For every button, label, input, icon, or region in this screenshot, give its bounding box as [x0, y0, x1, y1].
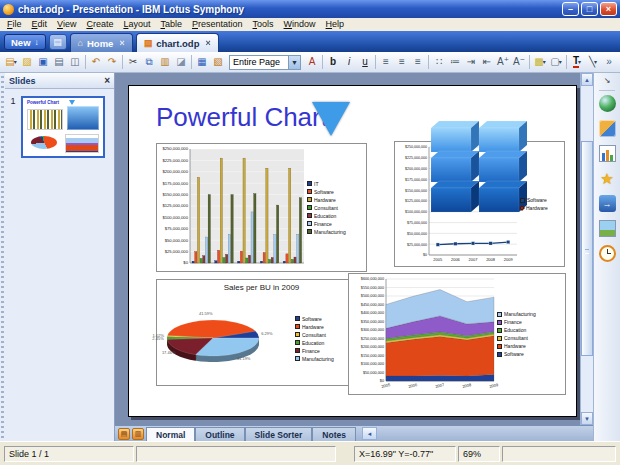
new-document-button[interactable]: ▤▾ — [3, 54, 19, 71]
start-presentation-icon[interactable]: ▤ — [118, 428, 130, 440]
chart-cubes-line[interactable]: $0$25,000,000$50,000,000$75,000,000$100,… — [394, 141, 565, 267]
triangle-shape[interactable] — [312, 102, 350, 136]
cut-button[interactable]: ✂ — [125, 54, 141, 71]
gallery-button[interactable]: ▧ — [210, 54, 226, 71]
legend-item: Finance — [497, 319, 536, 325]
legend-item: Manufacturing — [295, 356, 334, 362]
view-tab-slide-sorter[interactable]: Slide Sorter — [245, 427, 313, 441]
svg-text:$225,000,000: $225,000,000 — [162, 158, 188, 163]
new-button[interactable]: New ↓ — [4, 34, 46, 50]
bullet-list-button[interactable]: ∷ — [431, 54, 447, 71]
separator — [322, 55, 323, 69]
minimize-button[interactable]: – — [562, 2, 579, 16]
scroll-up-arrow[interactable]: ▲ — [581, 73, 593, 86]
redo-button[interactable]: ↷ — [104, 54, 120, 71]
frame-style-button[interactable]: ▢▾ — [548, 54, 564, 71]
chart-pie[interactable]: Sales per BU in 2009 6.29%41.59%1.02%2.4… — [156, 279, 367, 386]
align-left-button[interactable]: ≡ — [378, 54, 394, 71]
chevron-down-icon[interactable]: ▼ — [288, 56, 300, 69]
transition-icon[interactable]: → — [599, 195, 616, 212]
svg-text:2006: 2006 — [451, 257, 461, 262]
svg-text:$200,000,000: $200,000,000 — [405, 167, 427, 171]
status-zoom-level[interactable]: 69% — [458, 446, 500, 462]
print-button[interactable]: ▤ — [51, 54, 67, 71]
shrink-font-button[interactable]: A⁻ — [511, 54, 527, 71]
separator — [375, 55, 376, 69]
close-icon[interactable]: × — [119, 38, 124, 48]
paste-button[interactable]: ▥ — [157, 54, 173, 71]
slide-canvas[interactable]: Powerful Chart $0$25,000,000$50,000,000$… — [115, 73, 580, 425]
view-tab-notes[interactable]: Notes — [312, 427, 356, 441]
clock-icon[interactable] — [599, 245, 616, 262]
scroll-left-arrow[interactable]: ◂ — [362, 427, 377, 440]
legend-item: Finance — [295, 348, 334, 354]
menu-layout[interactable]: Layout — [118, 18, 155, 31]
menu-edit[interactable]: Edit — [27, 18, 53, 31]
open-button[interactable]: ▨ — [19, 54, 35, 71]
charts-icon[interactable] — [599, 145, 616, 162]
separator — [529, 55, 530, 69]
scrollbar-track[interactable] — [581, 86, 593, 412]
paste-special-button[interactable]: ◪ — [173, 54, 189, 71]
menu-help[interactable]: Help — [321, 18, 350, 31]
svg-text:2009: 2009 — [504, 257, 514, 262]
svg-text:$200,000,000: $200,000,000 — [162, 169, 188, 174]
bold-button[interactable]: b — [325, 54, 341, 71]
chart-3d-bar[interactable]: $0$25,000,000$50,000,000$75,000,000$100,… — [156, 143, 367, 272]
collapse-panel-icon[interactable]: ↘ — [604, 76, 611, 86]
web-icon[interactable] — [599, 95, 616, 112]
table-button[interactable]: ▦ — [194, 54, 210, 71]
scrollbar-thumb[interactable] — [581, 141, 593, 356]
svg-text:$250,000,000: $250,000,000 — [405, 145, 427, 149]
picture-icon[interactable] — [599, 220, 616, 237]
menu-tools[interactable]: Tools — [248, 18, 279, 31]
align-right-button[interactable]: ≡ — [410, 54, 426, 71]
tab-home[interactable]: ⌂ Home × — [70, 33, 133, 52]
underline-button[interactable]: u — [357, 54, 373, 71]
menu-file[interactable]: File — [2, 18, 27, 31]
view-tab-outline[interactable]: Outline — [195, 427, 244, 441]
align-center-button[interactable]: ≡ — [394, 54, 410, 71]
menu-view[interactable]: View — [52, 18, 81, 31]
chevron-down-icon: ▾ — [578, 59, 581, 65]
slide-number: 1 — [8, 96, 18, 106]
zoom-select[interactable]: Entire Page ▼ — [229, 55, 301, 70]
text-color-button[interactable]: T▾ — [569, 54, 585, 71]
svg-text:2007: 2007 — [469, 257, 479, 262]
print-preview-button[interactable]: ◫ — [67, 54, 83, 71]
slide-thumbnail[interactable]: Powerful Chart — [21, 96, 105, 158]
scroll-down-arrow[interactable]: ▼ — [581, 412, 593, 425]
slide[interactable]: Powerful Chart $0$25,000,000$50,000,000$… — [128, 85, 577, 417]
undo-button[interactable]: ↶ — [88, 54, 104, 71]
more-tools-button[interactable]: » — [601, 54, 617, 71]
presentation-screen-icon[interactable]: ▥ — [132, 428, 144, 440]
close-icon[interactable]: × — [104, 75, 110, 86]
favorites-icon[interactable]: ★ — [599, 170, 616, 187]
close-button[interactable]: × — [600, 2, 617, 16]
tab-band: New ↓ ▤ ⌂ Home × ▤ chart.odp × — [0, 31, 620, 52]
view-tab-normal[interactable]: Normal — [146, 427, 195, 441]
quick-document-button[interactable]: ▤ — [49, 34, 67, 50]
italic-button[interactable]: i — [341, 54, 357, 71]
close-icon[interactable]: × — [205, 38, 210, 48]
promote-button[interactable]: ⇤ — [479, 54, 495, 71]
numbered-list-button[interactable]: ≔ — [447, 54, 463, 71]
highlight-color-button[interactable]: ▩▾ — [532, 54, 548, 71]
maximize-button[interactable]: □ — [581, 2, 598, 16]
tab-chart-odp[interactable]: ▤ chart.odp × — [136, 33, 219, 52]
vertical-scrollbar[interactable]: ▲ ▼ — [580, 73, 593, 425]
demote-button[interactable]: ⇥ — [463, 54, 479, 71]
menu-table[interactable]: Table — [155, 18, 187, 31]
legend-item: Manufacturing — [307, 229, 346, 235]
menu-window[interactable]: Window — [279, 18, 321, 31]
menu-presentation[interactable]: Presentation — [187, 18, 248, 31]
gallery-icon[interactable] — [599, 120, 616, 137]
line-style-button[interactable]: ╲▾ — [585, 54, 601, 71]
chart-3d-area[interactable]: $0$50,000,000$100,000,000$150,000,000$20… — [348, 273, 566, 395]
save-button[interactable]: ▣ — [35, 54, 51, 71]
slide-title[interactable]: Powerful Chart — [156, 102, 328, 133]
spellcheck-button[interactable]: A — [304, 54, 320, 71]
copy-button[interactable]: ⧉ — [141, 54, 157, 71]
grow-font-button[interactable]: A⁺ — [495, 54, 511, 71]
menu-create[interactable]: Create — [81, 18, 118, 31]
